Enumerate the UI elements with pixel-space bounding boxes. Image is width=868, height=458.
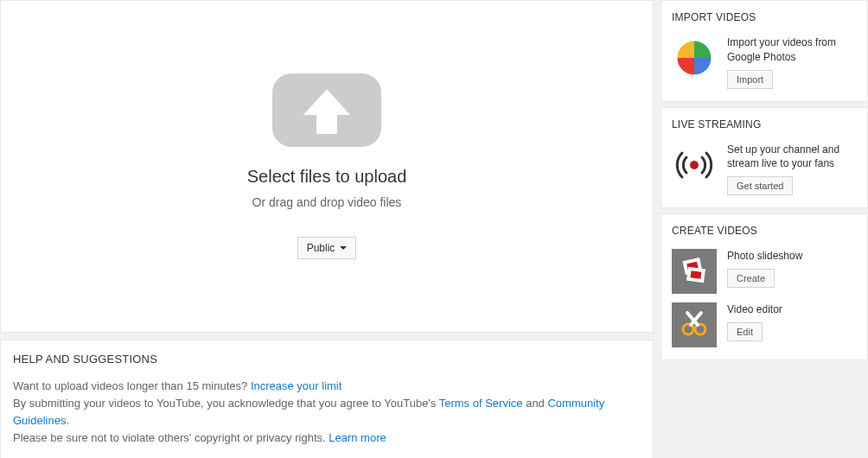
- terms-of-service-link[interactable]: Terms of Service: [439, 397, 523, 410]
- video-editor-icon: [672, 302, 717, 347]
- create-videos-card: CREATE VIDEOS Photo slideshow Create: [661, 213, 868, 360]
- svg-point-1: [690, 161, 699, 169]
- help-title: HELP AND SUGGESTIONS: [13, 353, 641, 366]
- import-videos-text: Import your videos from Google Photos: [727, 35, 857, 65]
- live-streaming-text: Set up your channel and stream live to y…: [727, 143, 857, 172]
- photo-slideshow-title: Photo slideshow: [727, 249, 857, 264]
- video-editor-title: Video editor: [727, 302, 857, 317]
- import-videos-card: IMPORT VIDEOS Import your videos from Go…: [661, 0, 868, 102]
- chevron-down-icon: [340, 246, 347, 250]
- help-line2-end: .: [66, 414, 69, 427]
- help-line2-and: and: [523, 397, 548, 410]
- live-icon: [672, 143, 717, 188]
- help-line2-pre: By submitting your videos to YouTube, yo…: [13, 397, 439, 410]
- help-suggestions-box: HELP AND SUGGESTIONS Want to upload vide…: [0, 340, 654, 458]
- live-streaming-title: LIVE STREAMING: [672, 118, 857, 130]
- upload-subtitle: Or drag and drop video files: [252, 195, 402, 209]
- create-slideshow-button[interactable]: Create: [727, 269, 775, 288]
- help-line3-pre: Please be sure not to violate others' co…: [13, 431, 329, 444]
- svg-rect-5: [691, 270, 702, 279]
- import-button[interactable]: Import: [727, 70, 773, 89]
- live-streaming-card: LIVE STREAMING Set up your channel and s…: [661, 107, 868, 209]
- increase-limit-link[interactable]: Increase your limit: [251, 379, 341, 392]
- upload-dropzone[interactable]: Select files to upload Or drag and drop …: [0, 0, 654, 333]
- slideshow-icon: [672, 249, 717, 294]
- privacy-select-button[interactable]: Public: [297, 237, 357, 259]
- edit-video-button[interactable]: Edit: [727, 322, 763, 341]
- help-line1-text: Want to upload videos longer than 15 min…: [13, 379, 251, 392]
- get-started-button[interactable]: Get started: [727, 176, 793, 195]
- create-videos-title: CREATE VIDEOS: [672, 225, 857, 237]
- upload-cloud-icon: [272, 73, 381, 149]
- upload-title: Select files to upload: [247, 167, 407, 187]
- learn-more-link[interactable]: Learn more: [329, 431, 386, 444]
- import-videos-title: IMPORT VIDEOS: [672, 11, 857, 23]
- privacy-select-label: Public: [307, 242, 335, 254]
- google-photos-icon: [672, 35, 717, 80]
